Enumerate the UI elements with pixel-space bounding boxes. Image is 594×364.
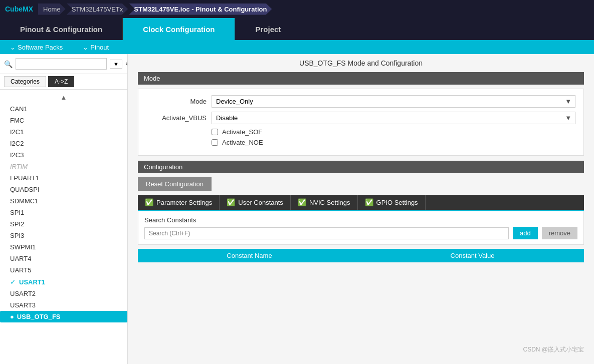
mode-section-wrapper: Mode Mode Device_Only ▼ Activate_VBUS (138, 72, 584, 156)
main-layout: 🔍 ▼ ⚙ Categories A->Z ▲ CAN1 FMC I2C1 I2… (0, 54, 594, 364)
watermark: CSDN @嵌入式小宅宝 (523, 345, 584, 354)
sidebar-item-i2c1[interactable]: I2C1 (0, 126, 127, 138)
user-constants-label: User Constants (238, 199, 283, 206)
can1-label: CAN1 (10, 105, 28, 113)
mode-row: Mode Device_Only ▼ (146, 95, 575, 108)
usart2-label: USART2 (10, 290, 36, 297)
remove-button[interactable]: remove (542, 227, 577, 239)
search-constants-label: Search Constants (144, 216, 577, 224)
config-section: Configuration Reset Configuration ✅ Para… (138, 161, 584, 262)
tab-clock[interactable]: Clock Configuration (123, 18, 235, 40)
activate-sof-row: Activate_SOF (146, 128, 575, 136)
sidebar-item-usart3[interactable]: USART3 (0, 299, 127, 311)
i2c3-label: I2C3 (10, 151, 24, 159)
sidebar-item-usart1[interactable]: ✓ USART1 (0, 276, 127, 288)
user-constants-check-icon: ✅ (227, 198, 235, 206)
sidebar-item-usart2[interactable]: USART2 (0, 288, 127, 299)
config-tab-parameter-settings[interactable]: ✅ Parameter Settings (138, 195, 220, 210)
sub-header-pinout[interactable]: ⌄ Pinout (83, 44, 109, 51)
check-icon-usart1: ✓ (10, 278, 16, 286)
sdmmc1-label: SDMMC1 (10, 197, 38, 205)
breadcrumb-file[interactable]: STM32L475VE.ioc - Pinout & Configuration (129, 4, 272, 15)
spi1-label: SPI1 (10, 209, 24, 216)
sub-header-software-packs[interactable]: ⌄ Software Packs (10, 44, 63, 51)
sidebar-item-uart4[interactable]: UART4 (0, 253, 127, 264)
breadcrumb: Home STM32L475VETx STM32L475VE.ioc - Pin… (38, 4, 273, 15)
mode-label: Mode (146, 98, 207, 105)
usb-otg-fs-label: USB_OTG_FS (17, 313, 61, 320)
tab-pinout[interactable]: Pinout & Configuration (0, 18, 123, 40)
breadcrumb-home[interactable]: Home (38, 4, 66, 15)
sidebar-item-i2c3[interactable]: I2C3 (0, 149, 127, 161)
gpio-settings-label: GPIO Settings (376, 199, 418, 206)
sidebar-item-uart5[interactable]: UART5 (0, 264, 127, 276)
top-nav: CubeMX Home STM32L475VETx STM32L475VE.io… (0, 0, 594, 18)
reset-configuration-button[interactable]: Reset Configuration (138, 177, 212, 191)
tab-categories[interactable]: Categories (4, 76, 46, 87)
sidebar-item-spi2[interactable]: SPI2 (0, 218, 127, 230)
usb-otg-fs-check-icon: ● (10, 313, 14, 320)
parameter-settings-check-icon: ✅ (145, 198, 153, 206)
chevron-down-icon-2: ⌄ (83, 44, 88, 51)
activate-sof-label[interactable]: Activate_SOF (222, 128, 262, 136)
activate-vbus-select-wrapper: Disable ▼ (212, 112, 575, 124)
sidebar-item-i2c2[interactable]: I2C2 (0, 138, 127, 149)
mode-section-header: Mode (138, 72, 584, 85)
activate-vbus-label: Activate_VBUS (146, 114, 207, 122)
sidebar: 🔍 ▼ ⚙ Categories A->Z ▲ CAN1 FMC I2C1 I2… (0, 54, 128, 364)
config-tab-nvic-settings[interactable]: ✅ NVIC Settings (291, 195, 358, 210)
constant-name-header: Constant Name (138, 249, 361, 262)
activate-noe-checkbox[interactable] (212, 139, 218, 146)
i2c2-label: I2C2 (10, 140, 24, 147)
tab-project[interactable]: Project (235, 18, 301, 40)
sidebar-item-quadspi[interactable]: QUADSPI (0, 184, 127, 195)
nvic-settings-check-icon: ✅ (298, 198, 306, 206)
fmc-label: FMC (10, 117, 24, 124)
parameter-settings-label: Parameter Settings (156, 199, 212, 206)
sidebar-list: ▲ CAN1 FMC I2C1 I2C2 I2C3 IRTIM LPUART1 (0, 90, 127, 364)
search-row: add remove (144, 227, 577, 239)
sidebar-item-lpuart1[interactable]: LPUART1 (0, 172, 127, 184)
activate-sof-checkbox[interactable] (212, 129, 218, 135)
config-tab-user-constants[interactable]: ✅ User Constants (220, 195, 291, 210)
gpio-settings-check-icon: ✅ (365, 198, 373, 206)
add-button[interactable]: add (513, 227, 538, 239)
constants-table-header: Constant Name Constant Value (138, 249, 584, 262)
config-section-header: Configuration (138, 161, 584, 173)
activate-vbus-select[interactable]: Disable (212, 112, 575, 124)
app-logo: CubeMX (5, 5, 33, 13)
content-area: USB_OTG_FS Mode and Configuration Mode M… (128, 54, 594, 364)
nvic-settings-label: NVIC Settings (309, 199, 350, 206)
activate-vbus-row: Activate_VBUS Disable ▼ (146, 112, 575, 124)
sidebar-item-fmc[interactable]: FMC (0, 115, 127, 126)
config-tab-gpio-settings[interactable]: ✅ GPIO Settings (358, 195, 426, 210)
swpmi1-label: SWPMI1 (10, 243, 36, 251)
sidebar-item-irtim: IRTIM (0, 161, 127, 172)
sidebar-item-spi3[interactable]: SPI3 (0, 230, 127, 241)
constant-value-header: Constant Value (361, 249, 584, 262)
scroll-up-btn[interactable]: ▲ (0, 92, 127, 103)
spi3-label: SPI3 (10, 232, 24, 239)
sidebar-item-spi1[interactable]: SPI1 (0, 207, 127, 218)
sidebar-item-sdmmc1[interactable]: SDMMC1 (0, 195, 127, 207)
sidebar-item-usb-otg-fs[interactable]: ● USB_OTG_FS (0, 311, 127, 322)
search-constants-panel: Search Constants add remove (138, 211, 584, 245)
sub-header: ⌄ Software Packs ⌄ Pinout (0, 40, 594, 54)
sidebar-item-swpmi1[interactable]: SWPMI1 (0, 241, 127, 253)
software-packs-label: Software Packs (18, 44, 63, 51)
mode-select[interactable]: Device_Only (212, 95, 575, 108)
search-constants-input[interactable] (144, 227, 509, 239)
usart1-label: USART1 (19, 278, 45, 286)
i2c1-label: I2C1 (10, 128, 24, 136)
search-dropdown[interactable]: ▼ (110, 60, 122, 69)
breadcrumb-device[interactable]: STM32L475VETx (67, 4, 128, 15)
pinout-label: Pinout (90, 44, 109, 51)
tab-az[interactable]: A->Z (48, 76, 74, 87)
search-input[interactable] (16, 58, 107, 70)
activate-noe-label[interactable]: Activate_NOE (222, 139, 263, 146)
quadspi-label: QUADSPI (10, 186, 40, 193)
sidebar-tabs: Categories A->Z (0, 74, 127, 90)
sidebar-item-can1[interactable]: CAN1 (0, 103, 127, 115)
search-icon: 🔍 (4, 60, 13, 68)
mode-select-wrapper: Device_Only ▼ (212, 95, 575, 108)
